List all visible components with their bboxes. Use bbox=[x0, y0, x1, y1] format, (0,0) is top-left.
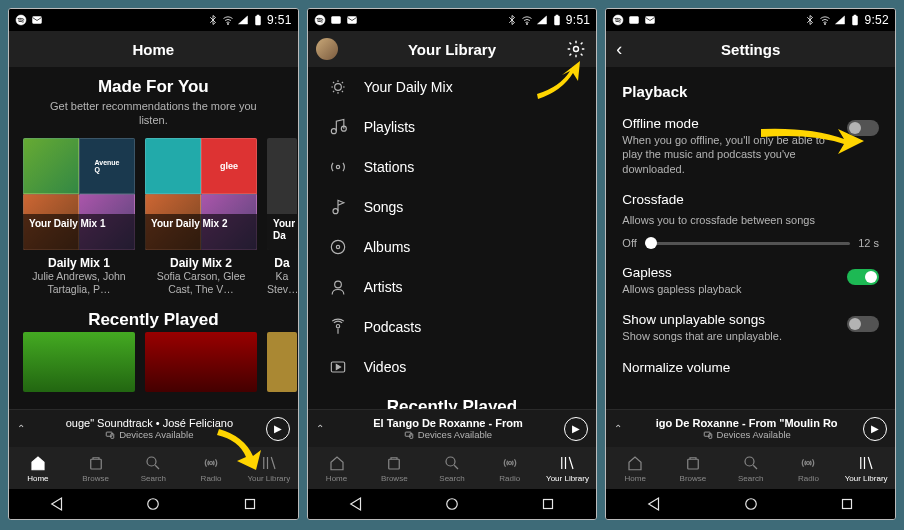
rp-card[interactable] bbox=[145, 332, 257, 398]
phone-screen-library: 9:51 Your Library Your Daily Mix Playlis… bbox=[307, 8, 598, 520]
android-home[interactable] bbox=[742, 495, 760, 513]
slider-min-label: Off bbox=[622, 237, 636, 249]
android-back[interactable] bbox=[645, 495, 663, 513]
lib-row-videos[interactable]: Videos bbox=[308, 347, 597, 387]
rp-card[interactable] bbox=[267, 332, 297, 398]
section-title-recently-played: Recently Played bbox=[9, 296, 298, 332]
offline-toggle[interactable] bbox=[847, 120, 879, 136]
daily-mix-carousel[interactable]: AvenueQYour Daily Mix 1 Daily Mix 1 Juli… bbox=[9, 138, 298, 296]
lib-row-daily-mix[interactable]: Your Daily Mix bbox=[308, 67, 597, 107]
spotify-icon bbox=[15, 14, 27, 26]
tab-search[interactable]: Search bbox=[124, 447, 182, 489]
tab-library[interactable]: Your Library bbox=[837, 447, 895, 489]
android-recent[interactable] bbox=[241, 495, 259, 513]
svg-rect-44 bbox=[688, 459, 699, 469]
svg-point-8 bbox=[147, 457, 156, 466]
playlist-icon bbox=[328, 117, 348, 137]
card-subtitle: Julie Andrews, John Tartaglia, P… bbox=[23, 270, 135, 296]
tab-radio[interactable]: Radio bbox=[481, 447, 539, 489]
android-recent[interactable] bbox=[838, 495, 856, 513]
page-title: Settings bbox=[721, 41, 780, 58]
setting-offline-mode[interactable]: Offline mode When you go offline, you'll… bbox=[622, 110, 879, 186]
gapless-toggle[interactable] bbox=[847, 269, 879, 285]
setting-crossfade[interactable]: Crossfade Allows you to crossfade betwee… bbox=[622, 186, 879, 237]
lib-row-playlists[interactable]: Playlists bbox=[308, 107, 597, 147]
android-home[interactable] bbox=[144, 495, 162, 513]
np-devices[interactable]: Devices Available bbox=[717, 429, 791, 440]
svg-rect-17 bbox=[556, 15, 558, 16]
svg-rect-41 bbox=[854, 15, 856, 16]
tab-radio[interactable]: Radio bbox=[182, 447, 240, 489]
np-devices[interactable]: Devices Available bbox=[119, 429, 193, 440]
section-title-made-for-you: Made For You bbox=[9, 67, 298, 99]
app-header: ‹ Settings bbox=[606, 31, 895, 67]
tab-home[interactable]: Home bbox=[308, 447, 366, 489]
section-playback: Playback bbox=[622, 67, 879, 110]
setting-normalize[interactable]: Normalize volume bbox=[622, 354, 879, 387]
play-button[interactable]: ▶ bbox=[564, 417, 588, 441]
settings-content[interactable]: Playback Offline mode When you go offlin… bbox=[606, 67, 895, 409]
android-back[interactable] bbox=[347, 495, 365, 513]
daily-mix-icon bbox=[328, 77, 348, 97]
daily-mix-card[interactable]: gleeYour Daily Mix 2 Daily Mix 2 Sofia C… bbox=[145, 138, 257, 296]
tab-search[interactable]: Search bbox=[722, 447, 780, 489]
tab-browse[interactable]: Browse bbox=[67, 447, 125, 489]
android-recent[interactable] bbox=[539, 495, 557, 513]
unplayable-toggle[interactable] bbox=[847, 316, 879, 332]
library-content[interactable]: Your Daily Mix Playlists Stations Songs … bbox=[308, 67, 597, 409]
svg-point-23 bbox=[333, 209, 338, 214]
tab-radio[interactable]: Radio bbox=[780, 447, 838, 489]
lib-row-podcasts[interactable]: Podcasts bbox=[308, 307, 597, 347]
crossfade-slider[interactable] bbox=[645, 242, 850, 245]
tab-home[interactable]: Home bbox=[9, 447, 67, 489]
tab-search[interactable]: Search bbox=[423, 447, 481, 489]
bluetooth-icon bbox=[506, 14, 518, 26]
rp-card[interactable] bbox=[23, 332, 135, 398]
tab-browse[interactable]: Browse bbox=[365, 447, 423, 489]
svg-rect-16 bbox=[554, 16, 559, 25]
svg-point-18 bbox=[574, 47, 579, 52]
card-title: Da bbox=[267, 256, 297, 270]
page-title: Your Library bbox=[408, 41, 496, 58]
songs-icon bbox=[328, 197, 348, 217]
now-playing-bar[interactable]: ⌃ ouge" Soundtrack • José Feliciano Devi… bbox=[9, 409, 298, 447]
now-playing-bar[interactable]: ⌃ El Tango De Roxanne - From Devices Ava… bbox=[308, 409, 597, 447]
back-button[interactable]: ‹ bbox=[616, 39, 622, 60]
podcasts-icon bbox=[328, 317, 348, 337]
android-home[interactable] bbox=[443, 495, 461, 513]
lib-row-stations[interactable]: Stations bbox=[308, 147, 597, 187]
np-devices[interactable]: Devices Available bbox=[418, 429, 492, 440]
card-subtitle: Sofia Carson, Glee Cast, The V… bbox=[145, 270, 257, 296]
svg-point-34 bbox=[447, 499, 458, 510]
daily-mix-card[interactable]: AvenueQYour Daily Mix 1 Daily Mix 1 Juli… bbox=[23, 138, 135, 296]
home-content[interactable]: Made For You Get better recommendations … bbox=[9, 67, 298, 409]
gear-icon[interactable] bbox=[566, 39, 586, 59]
now-playing-bar[interactable]: ⌃ igo De Roxanne - From "Moulin Ro Devic… bbox=[606, 409, 895, 447]
tab-home[interactable]: Home bbox=[606, 447, 664, 489]
status-time: 9:51 bbox=[566, 13, 591, 27]
setting-gapless[interactable]: Gapless Allows gapless playback bbox=[622, 259, 879, 306]
tab-library[interactable]: Your Library bbox=[539, 447, 597, 489]
image-icon bbox=[628, 14, 640, 26]
avatar[interactable] bbox=[316, 38, 338, 60]
page-title: Home bbox=[132, 41, 174, 58]
outlook-icon bbox=[644, 14, 656, 26]
signal-icon bbox=[536, 14, 548, 26]
play-button[interactable]: ▶ bbox=[863, 417, 887, 441]
play-button[interactable]: ▶ bbox=[266, 417, 290, 441]
lib-row-songs[interactable]: Songs bbox=[308, 187, 597, 227]
svg-rect-35 bbox=[544, 500, 553, 509]
status-time: 9:52 bbox=[864, 13, 889, 27]
section-subtitle: Get better recommendations the more you … bbox=[9, 99, 298, 138]
recently-played-carousel[interactable] bbox=[9, 332, 298, 398]
lib-row-albums[interactable]: Albums bbox=[308, 227, 597, 267]
lib-row-artists[interactable]: Artists bbox=[308, 267, 597, 307]
tab-library[interactable]: Your Library bbox=[240, 447, 298, 489]
daily-mix-card[interactable]: Your Da Da Ka Stev… bbox=[267, 138, 297, 296]
tab-browse[interactable]: Browse bbox=[664, 447, 722, 489]
setting-unplayable[interactable]: Show unplayable songs Show songs that ar… bbox=[622, 306, 879, 353]
android-back[interactable] bbox=[48, 495, 66, 513]
svg-point-10 bbox=[148, 499, 159, 510]
image-icon bbox=[330, 14, 342, 26]
chevron-up-icon: ⌃ bbox=[17, 423, 23, 434]
